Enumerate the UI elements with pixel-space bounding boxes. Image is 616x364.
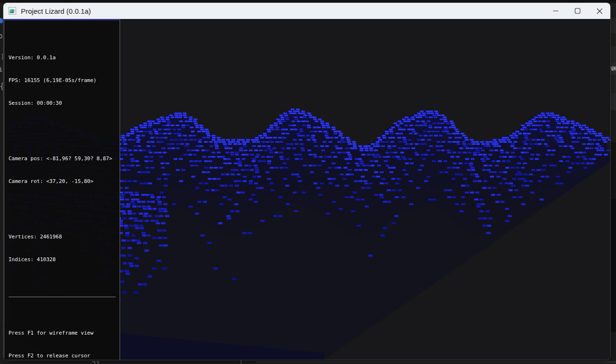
close-icon (597, 8, 603, 14)
overlay-fps: FPS: 16155 (6,19E-05s/frame) (9, 77, 116, 84)
app-icon-glass (9, 9, 14, 13)
background-blue-dot-icon (0, 18, 3, 23)
background-divider-line (256, 362, 616, 363)
overlay-group-hints: Press F1 for wireframe view Press F2 to … (9, 314, 116, 360)
background-panel (610, 110, 616, 142)
overlay-divider (9, 297, 116, 297)
background-panel (610, 93, 616, 110)
overlay-session: Session: 00:00:30 (9, 100, 116, 107)
overlay-group-mesh: Vertices: 2461968 Indices: 410328 (9, 218, 116, 279)
app-window: Project Lizard (0.0.1a) (3, 3, 610, 360)
background-panel (610, 75, 616, 93)
overlay-group-camera: Camera pos: <-81,96? 59,30? 8,87> Camera… (9, 140, 116, 200)
background-panel (610, 199, 616, 332)
background-panel (610, 33, 616, 46)
overlay-camera-pos: Camera pos: <-81,96? 59,30? 8,87> (9, 155, 116, 163)
minimize-icon (553, 8, 559, 14)
viewport[interactable]: Version: 0.0.1a FPS: 16155 (6,19E-05s/fr… (3, 19, 610, 360)
background-panel (610, 46, 616, 63)
overlay-indices: Indices: 410328 (9, 256, 116, 264)
overlay-group-app: Version: 0.0.1a FPS: 16155 (6,19E-05s/fr… (9, 39, 116, 122)
overlay-vertices: Vertices: 2461968 (9, 233, 116, 241)
overlay-camera-rot: Camera rot: <37,20, -15,80> (9, 178, 116, 185)
caption-buttons (545, 3, 610, 19)
background-panel (610, 142, 616, 199)
overlay-hint-f1: Press F1 for wireframe view (9, 329, 116, 337)
background-panel (610, 332, 616, 364)
background-text-fragment: NK (610, 65, 616, 72)
background-panel (610, 18, 616, 33)
screen: O ] iz { NK 21 Project Lizard (0.0.1a) (0, 0, 616, 364)
window-title: Project Lizard (0.0.1a) (21, 7, 91, 15)
background-text-fragment: 21 (92, 360, 100, 364)
close-button[interactable] (588, 3, 610, 19)
overlay-version: Version: 0.0.1a (9, 54, 116, 62)
background-text-fragment: O (0, 33, 2, 40)
app-icon (9, 7, 16, 15)
app-icon-pane (14, 9, 15, 13)
overlay-hint-f2: Press F2 to release cursor (9, 352, 116, 360)
debug-overlay: Version: 0.0.1a FPS: 16155 (6,19E-05s/fr… (4, 20, 120, 360)
title-bar[interactable]: Project Lizard (0.0.1a) (3, 3, 610, 19)
maximize-icon (575, 8, 580, 14)
background-divider-tick (241, 360, 242, 364)
maximize-button[interactable] (567, 3, 588, 19)
minimize-button[interactable] (545, 3, 567, 19)
